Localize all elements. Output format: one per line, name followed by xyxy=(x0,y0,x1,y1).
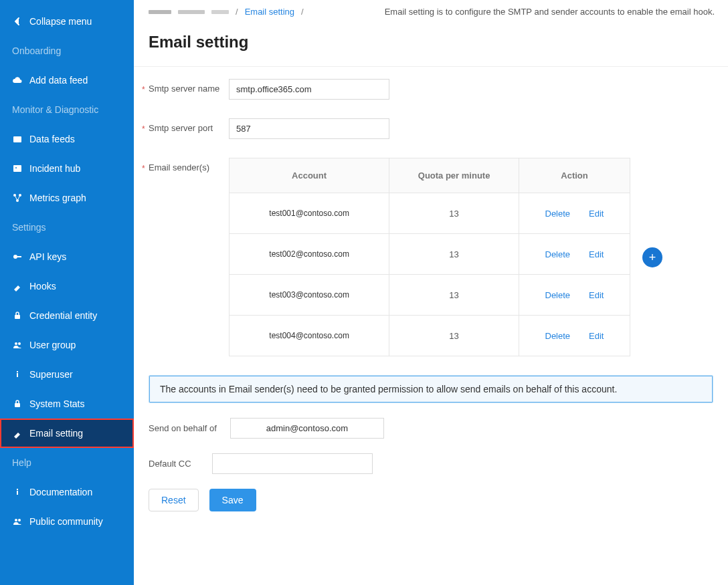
svg-point-9 xyxy=(15,342,17,345)
cloud-upload-icon xyxy=(12,75,23,86)
sender-account: test003@contoso.com xyxy=(262,287,356,303)
table-row: test002@contoso.com 13 DeleteEdit xyxy=(230,234,630,275)
svg-rect-13 xyxy=(15,403,20,407)
breadcrumb-separator: / xyxy=(236,7,238,17)
svg-rect-1 xyxy=(13,165,21,172)
smtp-server-port-input[interactable] xyxy=(229,118,389,139)
email-senders-table: Account Quota per minute Action test001@… xyxy=(229,158,630,356)
breadcrumb-separator: / xyxy=(301,7,304,17)
sender-account: test002@contoso.com xyxy=(262,246,356,262)
sidebar-section-settings: Settings xyxy=(0,213,134,242)
svg-rect-8 xyxy=(15,315,20,319)
table-row: test003@contoso.com 13 DeleteEdit xyxy=(230,275,630,316)
lock-icon xyxy=(12,398,23,409)
collapse-menu[interactable]: Collapse menu xyxy=(0,7,134,36)
collapse-menu-label: Collapse menu xyxy=(29,16,92,27)
breadcrumb-redacted xyxy=(211,10,229,14)
chevron-left-icon xyxy=(12,16,23,27)
column-account: Account xyxy=(230,158,389,193)
page-description: Email setting is to configure the SMTP a… xyxy=(385,7,715,17)
sidebar-section-help: Help xyxy=(0,448,134,477)
smtp-server-port-label: Smtp server port xyxy=(149,118,229,133)
svg-rect-11 xyxy=(17,373,18,377)
breadcrumb: / Email setting / xyxy=(149,7,304,17)
page-title: Email setting xyxy=(134,23,728,66)
delete-link[interactable]: Delete xyxy=(545,249,571,259)
photo-icon xyxy=(12,163,23,174)
reset-button[interactable]: Reset xyxy=(149,489,199,511)
sender-account: test004@contoso.com xyxy=(262,328,356,344)
smtp-server-name-label: Smtp server name xyxy=(149,79,229,94)
save-button[interactable]: Save xyxy=(209,489,256,511)
delete-link[interactable]: Delete xyxy=(545,209,571,219)
plug-icon xyxy=(12,281,23,291)
svg-rect-15 xyxy=(17,489,18,490)
svg-point-10 xyxy=(18,342,21,345)
table-row: test001@contoso.com 13 DeleteEdit xyxy=(230,193,630,234)
sidebar-item-system-stats[interactable]: System Stats xyxy=(0,389,134,419)
sidebar-item-hooks[interactable]: Hooks xyxy=(0,271,134,301)
sidebar-item-data-feeds[interactable]: Data feeds xyxy=(0,124,134,154)
default-cc-input[interactable] xyxy=(212,453,373,474)
sidebar-item-email-setting[interactable]: Email setting xyxy=(0,419,134,448)
sidebar-item-user-group[interactable]: User group xyxy=(0,330,134,360)
sender-quota: 13 xyxy=(389,193,519,234)
sender-quota: 13 xyxy=(389,234,519,275)
sender-quota: 13 xyxy=(389,275,519,316)
users-icon xyxy=(12,516,23,527)
edit-link[interactable]: Edit xyxy=(589,209,604,219)
breadcrumb-current[interactable]: Email setting xyxy=(245,7,294,17)
svg-rect-0 xyxy=(13,136,21,142)
info-banner: The accounts in Email sender(s) need to … xyxy=(149,375,713,403)
main-content: / Email setting / Email setting is to co… xyxy=(134,0,728,585)
email-senders-label: Email sender(s) xyxy=(149,158,229,172)
svg-point-16 xyxy=(15,519,17,521)
archive-icon xyxy=(12,134,23,144)
info-icon xyxy=(12,369,23,380)
svg-rect-7 xyxy=(17,256,21,257)
sidebar-section-onboarding: Onboarding xyxy=(0,36,134,66)
send-on-behalf-label: Send on behalf of xyxy=(149,423,217,433)
sidebar-item-documentation[interactable]: Documentation xyxy=(0,477,134,507)
breadcrumb-redacted xyxy=(149,10,171,14)
svg-rect-12 xyxy=(17,371,18,372)
top-bar: / Email setting / Email setting is to co… xyxy=(134,0,728,23)
edit-link[interactable]: Edit xyxy=(589,249,604,259)
wrench-icon xyxy=(12,428,23,439)
svg-point-17 xyxy=(18,519,21,521)
delete-link[interactable]: Delete xyxy=(545,290,571,300)
send-on-behalf-input[interactable] xyxy=(230,418,384,439)
smtp-server-name-input[interactable] xyxy=(229,79,389,100)
sidebar-item-credential-entity[interactable]: Credential entity xyxy=(0,301,134,330)
svg-point-6 xyxy=(13,255,17,259)
default-cc-label: Default CC xyxy=(149,459,199,469)
plus-icon: + xyxy=(649,251,656,263)
sidebar-item-add-data-feed[interactable]: Add data feed xyxy=(0,66,134,95)
sidebar-item-metrics-graph[interactable]: Metrics graph xyxy=(0,183,134,213)
edit-link[interactable]: Edit xyxy=(589,331,604,341)
users-icon xyxy=(12,340,23,350)
sidebar-item-public-community[interactable]: Public community xyxy=(0,507,134,536)
column-action: Action xyxy=(519,158,630,193)
table-row: test004@contoso.com 13 DeleteEdit xyxy=(230,316,630,356)
svg-point-2 xyxy=(15,167,17,168)
sidebar-item-superuser[interactable]: Superuser xyxy=(0,360,134,389)
sidebar: Collapse menu Onboarding Add data feed M… xyxy=(0,0,134,585)
sidebar-section-monitor: Monitor & Diagnostic xyxy=(0,95,134,124)
info-icon xyxy=(12,487,23,497)
sidebar-item-incident-hub[interactable]: Incident hub xyxy=(0,154,134,183)
graph-icon xyxy=(12,193,23,203)
column-quota: Quota per minute xyxy=(389,158,519,193)
key-icon xyxy=(12,251,23,262)
sender-account: test001@contoso.com xyxy=(262,205,356,221)
svg-rect-14 xyxy=(17,491,18,495)
breadcrumb-redacted xyxy=(178,10,205,14)
add-sender-button[interactable]: + xyxy=(642,247,662,267)
edit-link[interactable]: Edit xyxy=(589,290,604,300)
lock-icon xyxy=(12,310,23,321)
sidebar-item-api-keys[interactable]: API keys xyxy=(0,242,134,271)
sender-quota: 13 xyxy=(389,316,519,356)
delete-link[interactable]: Delete xyxy=(545,331,571,341)
